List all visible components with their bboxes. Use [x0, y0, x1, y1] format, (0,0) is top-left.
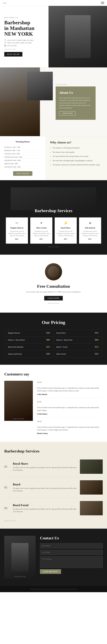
service-card-shave: ⚡ Royal Shave Excepteur sint occaecat cu… [55, 218, 77, 244]
book-online-hours-button[interactable]: BOOK ONLINE [13, 171, 32, 176]
service-card-title-2: Men's Facial [32, 227, 50, 229]
about-images-collage [0, 68, 54, 136]
testimonial-item-1: ““ Proin sed libero enim sed faucibus tu… [37, 381, 103, 396]
contact-img-credit: Image from Freepik [4, 576, 36, 577]
pricing-name-3: Haircut + Royal Shave [8, 339, 25, 341]
kids-icon: ★ [81, 221, 99, 225]
service-card-price-4: $25+ [81, 238, 99, 240]
about-section: Image from Freepik About Us Sed ut persp… [0, 68, 107, 136]
testimonial-author-1: Colin Almeda [37, 393, 103, 396]
hamburger-menu[interactable] [101, 2, 104, 4]
service-card-kids: ★ Kids Haircut Excepteur sint occaecat c… [79, 218, 101, 244]
service-card-desc-3: Excepteur sint occaecat cupidatat non pr… [57, 230, 75, 236]
contact-message-input[interactable] [40, 556, 103, 568]
why-choose-us: Why choose us? ✓ We maintain a welcoming… [46, 136, 107, 180]
pricing-price-2: $35+ [95, 332, 99, 334]
services-detail-title: Barbershop Services [4, 449, 103, 454]
phone-icon: 📞 [4, 44, 6, 46]
contact-send-button[interactable]: SEND MESSAGE [40, 569, 61, 574]
location-icon2: 📍 [4, 42, 6, 44]
service-card-price-1: $34+ [8, 238, 26, 240]
pricing-item-8: Men's Facial $25+ [53, 350, 102, 358]
pricing-grid: Regular Haircut $34+ Royal Shave $35+ Ha… [5, 329, 102, 358]
check-icon-1: ✓ [50, 146, 51, 150]
hero-section: WELCOME TO Barbershop in Manhattan NEW Y… [0, 6, 107, 68]
services-detail-img-credit: Image from Freepik [4, 520, 103, 522]
facial-icon: ✦ [32, 221, 50, 225]
footer-text: Template from: Get a free trial at Wix.c… [4, 588, 103, 590]
pricing-item-6: Beard + Facial $55+ [53, 344, 102, 350]
pricing-name-5: Beard Trim Machine [8, 346, 23, 348]
hero-address1: 📍 314 W 57ST ST, NEW YORK, NY 10019 [4, 39, 44, 41]
about-description: Sed ut perspiciatis unde omnis iste natu… [59, 96, 92, 109]
service-detail-desc-2: Excepteur sint occaecat cupidatat non pr… [13, 487, 77, 492]
pricing-price-1: $34+ [46, 332, 50, 334]
about-title: About Us [59, 91, 92, 94]
service-detail-num-3: 03 [4, 506, 10, 510]
why-item-3: ✓ We value both the time and the money o… [50, 155, 103, 158]
pricing-name-1: Regular Haircut [8, 332, 20, 334]
why-item-2: ✓ We always Focus on the quality [50, 151, 103, 154]
pricing-price-5: $23+ [46, 346, 50, 348]
consultation-learn-more-button[interactable]: LEARN MORE [44, 296, 63, 300]
consultation-image-circle [45, 263, 62, 280]
service-detail-image-2 [80, 480, 103, 494]
hero-title: Barbershop in Manhattan NEW YORK [4, 20, 44, 37]
check-icon-3: ✓ [50, 155, 51, 158]
contact-name-input[interactable] [40, 543, 103, 548]
hours-row-1: SUNDAY 11 AM - 5 PM [4, 146, 41, 149]
why-item-5: ✓ All surfaces and tools are cleaned, di… [50, 164, 103, 166]
testimonials-img-credit: Image from Freepik [6, 418, 31, 420]
testimonial-author-3: Phoebe Nelson [37, 432, 103, 434]
service-detail-title-1: Royal Shave [13, 462, 77, 465]
services-detail-section: Barbershop Services 01 Royal Shave Excep… [0, 442, 107, 529]
service-detail-item-1: 01 Royal Shave Excepteur sint occaecat c… [4, 456, 103, 477]
testimonial-item-3: ““ Proin sed libero enim sed faucibus tu… [37, 420, 103, 434]
why-item-4: ✓ We work only with high-quality, hypoal… [50, 159, 103, 162]
pricing-title: Our Pricing [4, 320, 103, 325]
img-credit-hero: Image from Freepik [4, 48, 44, 50]
service-card-title-4: Kids Haircut [81, 227, 99, 229]
consultation-description: Get in touch with our expert barbers for… [25, 291, 82, 293]
hours-row-7: SATURDAY 8AM - 6PM [4, 165, 41, 168]
learn-more-about-button[interactable]: LEARN MORE [59, 111, 76, 116]
hours-row-5: THURSDAY 8AM - 8PM [4, 159, 41, 162]
services-section-title: Barbershop Services [4, 208, 103, 213]
service-card-title-3: Royal Shave [57, 227, 75, 229]
pricing-item-2: Royal Shave $35+ [53, 330, 102, 336]
pricing-item-3: Haircut + Royal Shave $60+ [5, 336, 53, 344]
services-cards-grid: ✂ Regular Haircut Excepteur sint occaeca… [4, 218, 103, 244]
testimonials-title: Customers say [4, 372, 103, 376]
header: logo [0, 0, 107, 6]
consultation-img-credit: Image from Freepik [4, 302, 103, 304]
testimonial-item-2: ““ Proin sed libero enim sed faucibus tu… [37, 400, 103, 415]
shave-icon: ⚡ [57, 221, 75, 225]
quote-mark-3: ““ [37, 420, 103, 425]
hours-row-4: WEDNESDAY 8AM - 8PM [4, 156, 41, 159]
testimonial-text-3: Proin sed libero enim sed faucibus turpi… [37, 426, 103, 431]
logo: logo [3, 2, 7, 4]
service-detail-desc-1: Excepteur sint occaecat cupidatat non pr… [13, 466, 77, 471]
service-detail-image-3 [80, 501, 103, 515]
testimonial-text-1: Proin sed libero enim sed faucibus turpi… [37, 387, 103, 392]
pricing-price-7: $50+ [46, 353, 50, 355]
contact-email-input[interactable] [40, 550, 103, 555]
pricing-name-4: Haircut + Beard Trim [56, 339, 72, 341]
service-card-price-2: $25+ [32, 238, 50, 240]
why-choose-title: Why choose us? [50, 140, 103, 144]
pricing-price-4: $60+ [95, 339, 99, 341]
service-card-desc-1: Excepteur sint occaecat cupidatat non pr… [8, 230, 26, 236]
contact-form-area: Contact Us SEND MESSAGE [40, 536, 103, 574]
pricing-item-1: Regular Haircut $34+ [5, 330, 53, 336]
pricing-price-8: $25+ [95, 353, 99, 355]
services-section: Barbershop Services ✂ Regular Haircut Ex… [0, 180, 107, 255]
service-detail-desc-3: Excepteur sint occaecat cupidatat non pr… [13, 508, 77, 513]
service-card-desc-4: Excepteur sint occaecat cupidatat non pr… [81, 230, 99, 236]
service-card-desc-2: Excepteur sint occaecat cupidatat non pr… [32, 230, 50, 236]
testimonials-section: Customers say Image from Freepik ““ Proi… [0, 365, 107, 442]
book-online-button[interactable]: BOOK ONLINE [4, 52, 22, 56]
pricing-item-7: Haircut and Facial $50+ [5, 350, 53, 358]
pricing-item-5: Beard Trim Machine $23+ [5, 344, 53, 350]
scissors-icon: ✂ [8, 221, 26, 225]
service-card-haircut: ✂ Regular Haircut Excepteur sint occaeca… [6, 218, 28, 244]
